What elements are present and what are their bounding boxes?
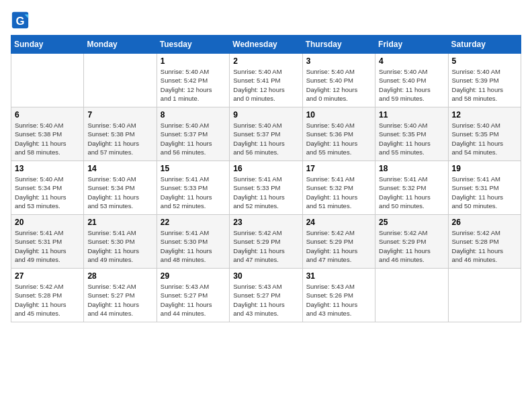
calendar-table: SundayMondayTuesdayWednesdayThursdayFrid… — [11, 35, 521, 322]
day-info: Sunrise: 5:40 AM Sunset: 5:38 PM Dayligh… — [87, 121, 152, 156]
day-info: Sunrise: 5:40 AM Sunset: 5:36 PM Dayligh… — [306, 121, 371, 156]
day-number: 10 — [306, 110, 371, 120]
day-info: Sunrise: 5:42 AM Sunset: 5:28 PM Dayligh… — [452, 228, 517, 264]
day-info: Sunrise: 5:40 AM Sunset: 5:37 PM Dayligh… — [161, 121, 226, 156]
weekday-header-monday: Monday — [84, 36, 157, 54]
day-number: 31 — [306, 271, 371, 281]
day-info: Sunrise: 5:40 AM Sunset: 5:39 PM Dayligh… — [452, 67, 517, 103]
calendar-cell — [11, 54, 84, 107]
calendar-cell: 15Sunrise: 5:41 AM Sunset: 5:33 PM Dayli… — [157, 161, 229, 215]
day-number: 11 — [379, 110, 444, 120]
day-number: 5 — [452, 56, 517, 66]
calendar-cell: 4Sunrise: 5:40 AM Sunset: 5:40 PM Daylig… — [375, 54, 448, 107]
day-number: 25 — [379, 218, 444, 227]
day-number: 16 — [233, 164, 298, 173]
day-info: Sunrise: 5:40 AM Sunset: 5:34 PM Dayligh… — [87, 175, 152, 210]
calendar-cell: 14Sunrise: 5:40 AM Sunset: 5:34 PM Dayli… — [84, 161, 157, 215]
weekday-header-saturday: Saturday — [448, 36, 521, 54]
weekday-header-sunday: Sunday — [11, 36, 84, 54]
calendar-cell: 13Sunrise: 5:40 AM Sunset: 5:34 PM Dayli… — [11, 161, 84, 215]
calendar-cell — [84, 54, 157, 107]
weekday-header-thursday: Thursday — [302, 36, 375, 54]
calendar-cell: 10Sunrise: 5:40 AM Sunset: 5:36 PM Dayli… — [302, 107, 375, 161]
day-number: 26 — [452, 218, 517, 227]
week-row-4: 20Sunrise: 5:41 AM Sunset: 5:31 PM Dayli… — [11, 215, 521, 269]
calendar-cell: 29Sunrise: 5:43 AM Sunset: 5:27 PM Dayli… — [157, 269, 229, 322]
day-info: Sunrise: 5:42 AM Sunset: 5:29 PM Dayligh… — [379, 228, 444, 264]
calendar-cell: 25Sunrise: 5:42 AM Sunset: 5:29 PM Dayli… — [375, 215, 448, 269]
day-number: 28 — [87, 271, 152, 281]
calendar-cell: 26Sunrise: 5:42 AM Sunset: 5:28 PM Dayli… — [448, 215, 521, 269]
calendar-cell: 31Sunrise: 5:43 AM Sunset: 5:26 PM Dayli… — [302, 269, 375, 322]
day-number: 30 — [233, 271, 298, 281]
day-number: 27 — [15, 271, 80, 281]
calendar-cell: 17Sunrise: 5:41 AM Sunset: 5:32 PM Dayli… — [302, 161, 375, 215]
calendar-cell: 2Sunrise: 5:40 AM Sunset: 5:41 PM Daylig… — [230, 54, 302, 107]
day-info: Sunrise: 5:40 AM Sunset: 5:38 PM Dayligh… — [15, 121, 80, 156]
day-number: 18 — [379, 164, 444, 173]
weekday-header-row: SundayMondayTuesdayWednesdayThursdayFrid… — [11, 36, 521, 54]
calendar-cell: 3Sunrise: 5:40 AM Sunset: 5:40 PM Daylig… — [302, 54, 375, 107]
week-row-2: 6Sunrise: 5:40 AM Sunset: 5:38 PM Daylig… — [11, 107, 521, 161]
day-number: 15 — [161, 164, 226, 173]
day-info: Sunrise: 5:42 AM Sunset: 5:27 PM Dayligh… — [87, 282, 152, 318]
day-info: Sunrise: 5:40 AM Sunset: 5:34 PM Dayligh… — [15, 175, 80, 210]
day-number: 21 — [87, 218, 152, 227]
calendar-cell: 5Sunrise: 5:40 AM Sunset: 5:39 PM Daylig… — [448, 54, 521, 107]
day-number: 3 — [306, 56, 371, 66]
day-number: 1 — [161, 56, 226, 66]
calendar-cell: 22Sunrise: 5:41 AM Sunset: 5:30 PM Dayli… — [157, 215, 229, 269]
day-info: Sunrise: 5:42 AM Sunset: 5:28 PM Dayligh… — [15, 282, 80, 318]
calendar-body: 1Sunrise: 5:40 AM Sunset: 5:42 PM Daylig… — [11, 54, 521, 322]
calendar-cell: 28Sunrise: 5:42 AM Sunset: 5:27 PM Dayli… — [84, 269, 157, 322]
calendar-cell: 19Sunrise: 5:41 AM Sunset: 5:31 PM Dayli… — [448, 161, 521, 215]
day-info: Sunrise: 5:41 AM Sunset: 5:33 PM Dayligh… — [161, 175, 226, 210]
calendar-cell: 11Sunrise: 5:40 AM Sunset: 5:35 PM Dayli… — [375, 107, 448, 161]
logo-icon: G — [11, 11, 30, 30]
day-number: 8 — [161, 110, 226, 120]
weekday-header-friday: Friday — [375, 36, 448, 54]
day-number: 9 — [233, 110, 298, 120]
day-number: 17 — [306, 164, 371, 173]
day-info: Sunrise: 5:40 AM Sunset: 5:40 PM Dayligh… — [379, 67, 444, 103]
day-info: Sunrise: 5:40 AM Sunset: 5:41 PM Dayligh… — [233, 67, 298, 103]
calendar-cell: 7Sunrise: 5:40 AM Sunset: 5:38 PM Daylig… — [84, 107, 157, 161]
calendar-cell: 8Sunrise: 5:40 AM Sunset: 5:37 PM Daylig… — [157, 107, 229, 161]
calendar-cell: 23Sunrise: 5:42 AM Sunset: 5:29 PM Dayli… — [230, 215, 302, 269]
day-info: Sunrise: 5:41 AM Sunset: 5:32 PM Dayligh… — [306, 175, 371, 210]
day-info: Sunrise: 5:40 AM Sunset: 5:37 PM Dayligh… — [233, 121, 298, 156]
day-info: Sunrise: 5:41 AM Sunset: 5:30 PM Dayligh… — [161, 228, 226, 264]
day-info: Sunrise: 5:41 AM Sunset: 5:32 PM Dayligh… — [379, 175, 444, 210]
weekday-header-tuesday: Tuesday — [157, 36, 229, 54]
calendar-cell: 30Sunrise: 5:43 AM Sunset: 5:27 PM Dayli… — [230, 269, 302, 322]
calendar-cell — [448, 269, 521, 322]
day-info: Sunrise: 5:41 AM Sunset: 5:31 PM Dayligh… — [452, 175, 517, 210]
day-number: 7 — [87, 110, 152, 120]
day-info: Sunrise: 5:41 AM Sunset: 5:30 PM Dayligh… — [87, 228, 152, 264]
header: G — [11, 11, 521, 30]
calendar-cell: 16Sunrise: 5:41 AM Sunset: 5:33 PM Dayli… — [230, 161, 302, 215]
day-info: Sunrise: 5:40 AM Sunset: 5:35 PM Dayligh… — [379, 121, 444, 156]
day-info: Sunrise: 5:40 AM Sunset: 5:42 PM Dayligh… — [161, 67, 226, 103]
calendar-cell: 18Sunrise: 5:41 AM Sunset: 5:32 PM Dayli… — [375, 161, 448, 215]
day-info: Sunrise: 5:43 AM Sunset: 5:27 PM Dayligh… — [161, 282, 226, 318]
calendar-cell: 20Sunrise: 5:41 AM Sunset: 5:31 PM Dayli… — [11, 215, 84, 269]
calendar-cell: 6Sunrise: 5:40 AM Sunset: 5:38 PM Daylig… — [11, 107, 84, 161]
day-number: 12 — [452, 110, 517, 120]
calendar-cell: 1Sunrise: 5:40 AM Sunset: 5:42 PM Daylig… — [157, 54, 229, 107]
day-number: 2 — [233, 56, 298, 66]
day-info: Sunrise: 5:41 AM Sunset: 5:33 PM Dayligh… — [233, 175, 298, 210]
calendar-cell: 9Sunrise: 5:40 AM Sunset: 5:37 PM Daylig… — [230, 107, 302, 161]
day-number: 23 — [233, 218, 298, 227]
weekday-header-wednesday: Wednesday — [230, 36, 302, 54]
calendar-cell — [375, 269, 448, 322]
day-info: Sunrise: 5:41 AM Sunset: 5:31 PM Dayligh… — [15, 228, 80, 264]
day-number: 6 — [15, 110, 80, 120]
week-row-3: 13Sunrise: 5:40 AM Sunset: 5:34 PM Dayli… — [11, 161, 521, 215]
day-info: Sunrise: 5:42 AM Sunset: 5:29 PM Dayligh… — [306, 228, 371, 264]
svg-text:G: G — [15, 15, 24, 28]
calendar-cell: 24Sunrise: 5:42 AM Sunset: 5:29 PM Dayli… — [302, 215, 375, 269]
day-info: Sunrise: 5:43 AM Sunset: 5:26 PM Dayligh… — [306, 282, 371, 318]
day-info: Sunrise: 5:43 AM Sunset: 5:27 PM Dayligh… — [233, 282, 298, 318]
calendar-cell: 27Sunrise: 5:42 AM Sunset: 5:28 PM Dayli… — [11, 269, 84, 322]
